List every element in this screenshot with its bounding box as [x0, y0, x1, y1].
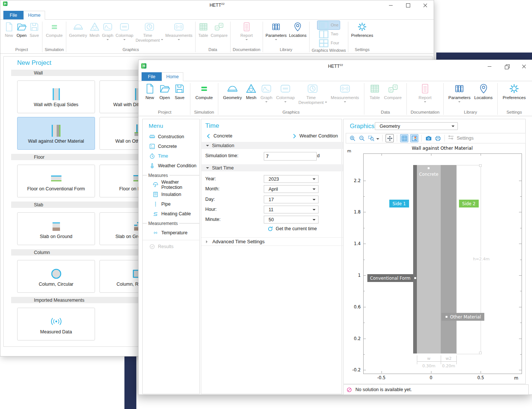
- minute-label: Minute:: [205, 217, 221, 222]
- ribbon-button-parameters[interactable]: Parameters: [265, 21, 288, 42]
- menu-item-weather-condition[interactable]: Weather Condition: [143, 161, 199, 171]
- nav-previous-concrete[interactable]: Concrete: [207, 133, 232, 139]
- y-tick-label: 0.2: [346, 336, 361, 341]
- tab-file[interactable]: File: [142, 72, 162, 81]
- menu-item-weather-protection[interactable]: Weather Protection: [143, 180, 199, 190]
- ribbon-button-label: Compute: [196, 95, 213, 100]
- ribbon-button-locations[interactable]: Locations: [472, 82, 494, 101]
- section-start-time[interactable]: Start Time: [202, 164, 345, 171]
- y-tick-label: 1.4: [346, 241, 361, 246]
- ribbon-group-project: NewOpenSaveProject: [139, 81, 190, 116]
- ribbon-button-mesh[interactable]: Mesh: [244, 82, 259, 101]
- menu-item-results: Results: [143, 242, 199, 251]
- grid-toggle-button[interactable]: [400, 134, 408, 142]
- menu-item-label: Heating Cable: [161, 211, 191, 216]
- y-minor-tick-mark: [520, 323, 522, 323]
- x-tick-mark: [481, 153, 481, 156]
- y-tick-mark: [363, 339, 366, 339]
- selection-handle[interactable]: [479, 352, 482, 354]
- ribbon-group-label: Simulation: [44, 47, 64, 53]
- menu-item-temperature[interactable]: Temperature: [143, 228, 199, 238]
- status-bar: No solution is available yet.: [343, 384, 529, 395]
- template-card-wall-with-equal-sides[interactable]: Wall with Equal Sides: [17, 80, 95, 113]
- section-advanced-time-settings[interactable]: Advanced Time Settings: [201, 237, 346, 246]
- hour-dropdown[interactable]: 11: [264, 206, 319, 213]
- menu-item-construction[interactable]: Construction: [143, 132, 199, 142]
- color-legend-toggle-button[interactable]: [410, 134, 418, 142]
- zoom-region-button[interactable]: [367, 134, 375, 142]
- ribbon-group-label: Settings: [506, 109, 523, 115]
- template-card-floor-on-conventional-form[interactable]: Floor on Conventional Form: [17, 165, 95, 197]
- zoom-out-button[interactable]: [358, 134, 365, 142]
- zoom-extents-button[interactable]: [386, 134, 394, 142]
- plot-settings-button[interactable]: Settings: [448, 134, 474, 142]
- menu-separator: [143, 240, 199, 240]
- template-card-slab-on-ground[interactable]: Slab on Ground: [17, 212, 95, 245]
- ribbon-button-label: Compare: [211, 33, 228, 38]
- month-dropdown[interactable]: April: [264, 185, 319, 193]
- ribbon-button-open[interactable]: Open: [157, 82, 172, 101]
- other-material-marker: [446, 316, 447, 318]
- menu-item-heating-cable[interactable]: Heating Cable: [143, 209, 199, 219]
- ribbon-button-open[interactable]: Open: [15, 21, 28, 39]
- mesh-icon: [89, 22, 100, 32]
- measured-data-icon: [47, 314, 65, 329]
- ribbon-button-compare: Compare: [382, 82, 403, 101]
- template-card-column-circular[interactable]: Column, Circular: [17, 260, 95, 293]
- ribbon-group-simulation: ComputeSimulation: [190, 81, 218, 116]
- template-card-wall-against-other-material[interactable]: Wall against Other Material: [17, 117, 95, 150]
- ribbon-button-parameters[interactable]: Parameters: [447, 82, 472, 104]
- tab-home[interactable]: Home: [23, 11, 45, 20]
- y-minor-tick-mark: [520, 228, 522, 228]
- y-axis-unit: m: [347, 149, 351, 153]
- tab-file[interactable]: File: [3, 11, 23, 19]
- menu-item-pipe[interactable]: Pipe: [143, 199, 199, 209]
- menu-item-label: Pipe: [161, 202, 171, 207]
- ribbon-group-graphics-windows: OneTwoFourGraphics Windows: [310, 20, 348, 53]
- compare-icon: [214, 22, 224, 32]
- minimize-button[interactable]: [481, 61, 498, 71]
- ribbon-button-preferences[interactable]: Preferences: [501, 82, 528, 101]
- ribbon-button-preferences[interactable]: Preferences: [350, 21, 374, 39]
- concrete-marker: [428, 167, 430, 169]
- chevron-down-icon: [458, 101, 460, 104]
- status-message: No solution is available yet.: [355, 387, 412, 392]
- ribbon-button-locations[interactable]: Locations: [288, 21, 308, 39]
- tab-home[interactable]: Home: [162, 72, 183, 81]
- ribbon-button-label: Time Development: [136, 33, 160, 42]
- zoom-in-button[interactable]: [349, 134, 356, 142]
- nav-next-weather-condition[interactable]: Weather Condition: [293, 133, 338, 139]
- y-tick-mark: [363, 275, 366, 276]
- chevron-down-icon[interactable]: [376, 138, 379, 141]
- day-dropdown[interactable]: 17: [264, 196, 319, 203]
- graphics-view-selector[interactable]: Geometry: [375, 122, 458, 130]
- front-window: H HETT22 File Home NewOpenSaveProjectCom…: [138, 60, 532, 395]
- maximize-button[interactable]: [399, 0, 417, 10]
- ribbon-button-geometry[interactable]: Geometry: [221, 82, 244, 101]
- section-simulation[interactable]: Simulation: [202, 142, 345, 149]
- ribbon-button-compute[interactable]: Compute: [194, 82, 215, 101]
- print-button[interactable]: [434, 134, 441, 142]
- ribbon-button-new[interactable]: New: [142, 82, 157, 101]
- selection-handle[interactable]: [479, 164, 482, 167]
- menu-item-concrete[interactable]: Concrete: [143, 142, 199, 151]
- ribbon-button-save[interactable]: Save: [172, 82, 187, 101]
- get-current-time-button[interactable]: Get the current time: [276, 226, 317, 231]
- front-title-bar: H HETT22: [139, 60, 532, 72]
- x-tick-mark: [481, 371, 481, 373]
- close-button[interactable]: [515, 61, 532, 71]
- year-dropdown[interactable]: 2023: [264, 175, 319, 183]
- snapshot-camera-button[interactable]: [425, 134, 432, 142]
- chevron-down-icon: [344, 101, 346, 104]
- simulation-time-input[interactable]: [264, 152, 317, 161]
- close-button[interactable]: [417, 0, 434, 10]
- minimize-button[interactable]: [382, 0, 399, 10]
- menu-item-insulation[interactable]: Insulation: [143, 190, 199, 199]
- ribbon-button-label: Parameters: [266, 33, 287, 38]
- menu-item-time[interactable]: Time: [143, 151, 199, 161]
- restore-button[interactable]: [498, 61, 515, 71]
- y-tick-mark: [519, 244, 522, 244]
- minute-dropdown[interactable]: 50: [264, 216, 319, 223]
- template-card-measured-data[interactable]: Measured Data: [17, 308, 95, 340]
- graphics-view-value: Geometry: [380, 124, 400, 129]
